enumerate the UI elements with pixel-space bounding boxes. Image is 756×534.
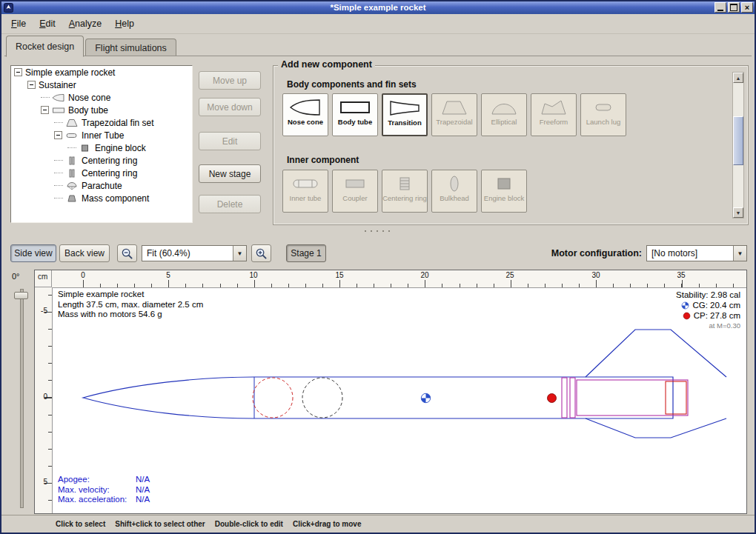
tree-item-sustainer[interactable]: Sustainer — [11, 79, 192, 91]
flight-data: Apogee:N/A Max. velocity:N/A Max. accele… — [58, 475, 150, 505]
minimize-icon — [717, 10, 723, 11]
move-down-button[interactable]: Move down — [199, 98, 261, 116]
add-component-panel: Add new component Body components and fi… — [273, 65, 749, 225]
parachute-outline[interactable] — [253, 378, 293, 418]
menu-analyze[interactable]: Analyze — [62, 16, 108, 31]
stage-1-toggle[interactable]: Stage 1 — [286, 244, 326, 262]
move-up-button[interactable]: Move up — [199, 71, 261, 90]
collapse-toggle-icon[interactable] — [27, 81, 36, 89]
dropdown-arrow-icon[interactable]: ▼ — [733, 246, 746, 261]
tree-item-rocket[interactable]: Simple example rocket — [11, 66, 192, 79]
add-elliptical-fin-button[interactable]: Elliptical — [481, 93, 527, 136]
collapse-toggle-icon[interactable] — [14, 68, 22, 76]
new-stage-button[interactable]: New stage — [199, 164, 261, 183]
add-centering-ring-button[interactable]: Centering ring — [382, 170, 428, 213]
bulkhead-icon — [438, 174, 471, 193]
add-coupler-button[interactable]: Coupler — [332, 170, 378, 213]
rotation-slider-track[interactable] — [20, 289, 24, 508]
inner-component-label: Inner component — [287, 155, 359, 165]
tree-item-mass-component[interactable]: Mass component — [11, 192, 192, 204]
zoom-in-button[interactable] — [251, 244, 271, 262]
inner-tube-assembly[interactable] — [562, 378, 688, 418]
stability-info: Stability: 2.98 cal CG: 20.4 cm CP: 27.8… — [676, 290, 740, 331]
scrollbar-thumb[interactable] — [733, 116, 743, 166]
centering-ring-icon — [388, 174, 421, 193]
delete-button[interactable]: Delete — [199, 195, 261, 213]
splitter-handle-icon — [362, 230, 394, 233]
tree-item-body-tube[interactable]: Body tube — [11, 104, 192, 116]
add-engine-block-button[interactable]: Engine block — [481, 170, 527, 213]
zoom-in-icon — [255, 247, 268, 260]
collapse-toggle-icon[interactable] — [54, 131, 62, 139]
side-view-button[interactable]: Side view — [10, 244, 56, 262]
tab-flight-simulations[interactable]: Flight simulations — [85, 39, 176, 56]
pane-splitter[interactable] — [7, 226, 749, 236]
add-freeform-fin-button[interactable]: Freeform — [531, 93, 577, 136]
rotation-slider-handle[interactable] — [14, 292, 28, 299]
add-nose-cone-button[interactable]: Nose cone — [282, 93, 328, 136]
app-icon[interactable] — [4, 3, 13, 13]
cp-marker[interactable] — [548, 394, 557, 403]
motor-configuration-select[interactable]: [No motors] ▼ — [646, 245, 747, 261]
rocket-body-outline[interactable] — [83, 377, 673, 418]
dropdown-arrow-icon[interactable]: ▼ — [233, 246, 246, 261]
tree-item-parachute[interactable]: Parachute — [11, 179, 192, 192]
launch-lug-icon — [587, 98, 620, 117]
zoom-select[interactable]: Fit (60.4%) ▼ — [142, 245, 247, 261]
menu-file[interactable]: File — [4, 16, 33, 31]
inner-tube-icon — [289, 174, 322, 193]
component-scrollbar[interactable]: ▲ ▼ — [732, 72, 744, 218]
collapse-toggle-icon[interactable] — [41, 106, 49, 114]
tree-item-inner-tube[interactable]: Inner Tube — [11, 129, 192, 141]
menu-help[interactable]: Help — [108, 16, 141, 31]
tree-item-centering-ring-2[interactable]: Centering ring — [11, 167, 192, 179]
rocket-info: Simple example rocket Length 37.5 cm, ma… — [58, 290, 203, 320]
apogee-label: Apogee: — [58, 475, 136, 485]
component-tree[interactable]: Simple example rocket Sustainer Nose con… — [10, 65, 193, 223]
scroll-down-button[interactable]: ▼ — [733, 207, 743, 218]
maximize-icon — [730, 4, 737, 11]
tree-item-fin-set[interactable]: Trapezoidal fin set — [11, 116, 192, 129]
menu-edit[interactable]: Edit — [33, 16, 62, 31]
fin-set-icon — [65, 119, 79, 127]
centering-ring-outline[interactable] — [562, 378, 567, 418]
add-inner-tube-button[interactable]: Inner tube — [282, 170, 328, 213]
centering-ring-outline[interactable] — [570, 378, 575, 418]
vertical-ruler: -5 0 5 — [35, 287, 53, 513]
back-view-button[interactable]: Back view — [59, 244, 110, 262]
add-transition-button[interactable]: Transition — [382, 93, 428, 136]
tree-item-engine-block[interactable]: Engine block — [11, 141, 192, 154]
fin-upper[interactable] — [586, 330, 726, 377]
rocket-mass: Mass with no motors 54.6 g — [58, 310, 203, 320]
add-launch-lug-button[interactable]: Launch lug — [580, 93, 626, 136]
close-button[interactable]: × — [741, 2, 753, 13]
rocket-diagram-viewport[interactable]: cm 0 5 10 15 20 25 30 35 -5 0 5 — [34, 270, 747, 514]
main-window: *Simple example rocket × File Edit Analy… — [0, 0, 756, 534]
add-body-tube-button[interactable]: Body tube — [332, 93, 378, 136]
add-trapezoidal-fin-button[interactable]: Trapezoidal — [431, 93, 477, 136]
rocket-drawing[interactable] — [52, 287, 747, 513]
body-tube-icon — [52, 106, 65, 115]
engine-block-outline[interactable] — [666, 381, 686, 414]
maximize-button[interactable] — [728, 2, 740, 13]
mass-component-outline[interactable] — [302, 378, 342, 418]
tree-item-nose-cone[interactable]: Nose cone — [11, 91, 192, 104]
cg-marker[interactable] — [421, 393, 430, 402]
cg-value: CG: 20.4 cm — [692, 300, 740, 310]
centering-ring-icon — [65, 169, 79, 178]
freeform-fin-icon — [537, 98, 570, 117]
mach-note: at M=0.30 — [676, 321, 740, 331]
coupler-icon — [339, 174, 371, 193]
scroll-up-button[interactable]: ▲ — [733, 73, 743, 83]
tab-rocket-design[interactable]: Rocket design — [6, 36, 84, 57]
edit-button[interactable]: Edit — [199, 132, 261, 150]
inner-tube-outline[interactable] — [577, 380, 688, 415]
motor-configuration-label: Motor configuration: — [551, 248, 642, 258]
add-bulkhead-button[interactable]: Bulkhead — [431, 170, 477, 213]
fin-lower[interactable] — [586, 418, 726, 438]
title-bar[interactable]: *Simple example rocket × — [1, 1, 755, 14]
zoom-out-button[interactable] — [117, 244, 137, 262]
tree-item-centering-ring-1[interactable]: Centering ring — [11, 154, 192, 167]
minimize-button[interactable] — [714, 2, 726, 13]
apogee-value: N/A — [136, 475, 150, 485]
